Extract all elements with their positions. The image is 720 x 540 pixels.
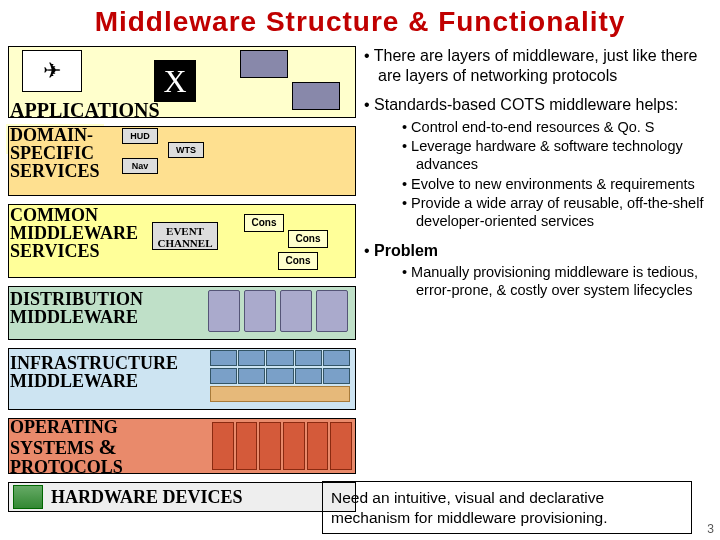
nav-box: Nav: [122, 158, 158, 174]
common-middleware-label: COMMON MIDDLEWARE SERVICES: [10, 206, 150, 260]
subbullet: Leverage hardware & software technology …: [402, 138, 710, 173]
layer-domain-specific: DOMAIN- SPECIFIC SERVICES HUD Nav WTS RE…: [6, 124, 358, 198]
infrastructure-label: INFRASTRUCTURE MIDDLEWARE: [10, 354, 190, 390]
consumer-box: Cons: [288, 230, 328, 248]
page-number: 3: [707, 522, 714, 536]
wts-box: WTS: [168, 142, 204, 158]
applications-label: APPLICATIONS: [10, 99, 160, 122]
gears-icon: [208, 290, 348, 332]
layer-infrastructure: INFRASTRUCTURE MIDDLEWARE: [6, 346, 358, 412]
bullet-text-area: There are layers of middleware, just lik…: [364, 46, 710, 310]
subbullet: Provide a wide array of reusable, off-th…: [402, 195, 710, 230]
domain-specific-label: DOMAIN- SPECIFIC SERVICES: [10, 126, 120, 180]
satellite-icon: ✈: [22, 50, 82, 92]
subbullet: Evolve to new environments & requirement…: [402, 176, 710, 194]
need-statement-box: Need an intuitive, visual and declarativ…: [322, 481, 692, 534]
hardware-label: HARDWARE DEVICES: [51, 487, 243, 508]
consumer-box: Cons: [278, 252, 318, 270]
hud-box: HUD: [122, 128, 158, 144]
subbullet: Control end-to-end resources & Qo. S: [402, 119, 710, 137]
subbullet: Manually provisioning middleware is tedi…: [402, 264, 710, 299]
layer-applications: ✈ X APPLICATIONS: [6, 44, 358, 120]
layer-stack-diagram: ✈ X APPLICATIONS DOMAIN- SPECIFIC SERVIC…: [6, 44, 358, 536]
layer-distribution: DISTRIBUTION MIDDLEWARE: [6, 284, 358, 342]
bullet-layers: There are layers of middleware, just lik…: [364, 46, 710, 85]
layer-common-middleware: COMMON MIDDLEWARE SERVICES EVENT CHANNEL…: [6, 202, 358, 280]
layer-hardware: HARDWARE DEVICES: [6, 480, 358, 514]
consumer-box: Cons: [244, 214, 284, 232]
workstation-icon: [292, 82, 340, 110]
distribution-label: DISTRIBUTION MIDDLEWARE: [10, 290, 170, 326]
event-channel-box: EVENT CHANNEL: [152, 222, 218, 250]
bullet-problem: Problem Manually provisioning middleware…: [364, 241, 710, 300]
os-label: OPERATING SYSTEMS & PROTOCOLS: [10, 418, 123, 476]
server-rack-icon: [210, 350, 350, 406]
chip-icon: [13, 485, 43, 509]
bullet-cots: Standards-based COTS middleware helps: C…: [364, 95, 710, 231]
os-bars-icon: [212, 422, 352, 470]
workstation-icon: [240, 50, 288, 78]
layer-operating-systems: OPERATING SYSTEMS & PROTOCOLS: [6, 416, 358, 476]
slide-title: Middleware Structure & Functionality: [0, 0, 720, 42]
x-window-icon: X: [154, 60, 196, 102]
